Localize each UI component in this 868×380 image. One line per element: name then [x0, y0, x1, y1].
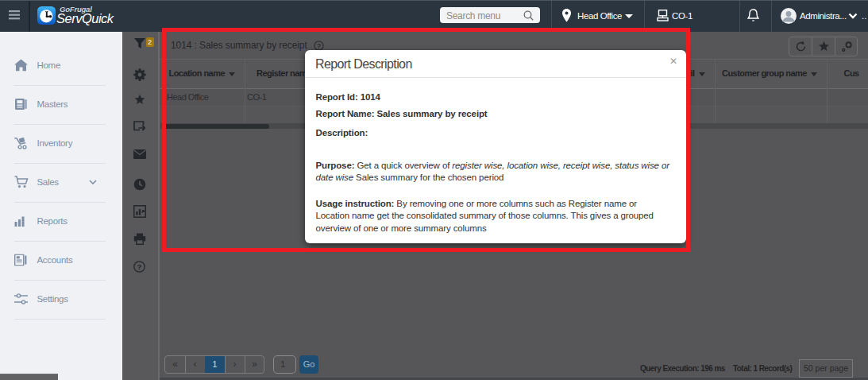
- svg-text:?: ?: [137, 262, 142, 271]
